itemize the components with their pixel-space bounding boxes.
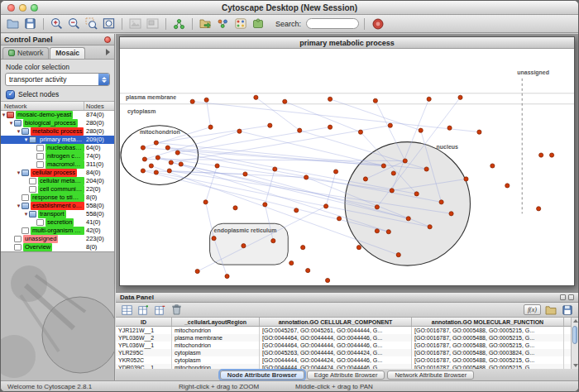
close-data-panel-icon[interactable] bbox=[568, 294, 574, 300]
network-node[interactable] bbox=[268, 123, 272, 127]
network-node[interactable] bbox=[403, 159, 407, 163]
network-node[interactable] bbox=[337, 217, 341, 221]
function-builder-button[interactable]: f(x) bbox=[524, 304, 541, 315]
tree-row-transport[interactable]: ▾transport558(0) bbox=[1, 210, 114, 218]
zoom-out-button[interactable] bbox=[66, 16, 82, 31]
zoom-to-fit-button[interactable] bbox=[101, 16, 117, 31]
scrollbar-thumb[interactable] bbox=[572, 326, 577, 344]
tab-mosaic[interactable]: Mosaic bbox=[50, 47, 85, 59]
scroll-up-icon[interactable] bbox=[573, 319, 578, 323]
trash-icon[interactable] bbox=[170, 304, 183, 316]
network-node[interactable] bbox=[306, 268, 310, 272]
expand-toggle-icon[interactable]: ▾ bbox=[1, 111, 7, 119]
network-edge[interactable] bbox=[193, 102, 480, 132]
network-node[interactable] bbox=[195, 269, 199, 273]
tree-row-mosaic-demo-yeast[interactable]: ▾mosaic-demo-yeast874(0) bbox=[1, 111, 114, 119]
help-button[interactable] bbox=[370, 16, 385, 31]
expand-toggle-icon[interactable]: ▾ bbox=[16, 169, 22, 177]
tree-column-network[interactable]: Network bbox=[1, 102, 84, 110]
title-bar[interactable]: Cytoscape Desktop (New Session) bbox=[1, 1, 578, 15]
zoom-in-button[interactable] bbox=[49, 16, 65, 31]
close-window-button[interactable] bbox=[7, 4, 15, 12]
table-row[interactable]: YJR121W__1mitochondrion[GO:0045267, GO:0… bbox=[116, 327, 578, 334]
column-header-id[interactable]: ID bbox=[116, 318, 172, 326]
graphics-details-button[interactable] bbox=[127, 16, 143, 31]
table-row[interactable]: YPL036W__1mitochondrion[GO:0044464, GO:0… bbox=[116, 342, 578, 349]
tree-row-primary-metab[interactable]: ▾primary metab...209(0) bbox=[1, 136, 114, 144]
tab-node-attribute-browser[interactable]: Node Attribute Browser bbox=[220, 370, 304, 380]
network-node[interactable] bbox=[550, 153, 554, 157]
tree-row-biological-process[interactable]: ▾biological_process280(0) bbox=[1, 119, 114, 127]
network-node[interactable] bbox=[328, 97, 332, 101]
open-session-button[interactable] bbox=[5, 16, 21, 31]
network-node[interactable] bbox=[273, 167, 277, 171]
table-row[interactable]: YPL036W__2plasma membrane[GO:0044464, GO… bbox=[116, 334, 578, 342]
scroll-down-icon[interactable] bbox=[573, 364, 578, 367]
network-node[interactable] bbox=[333, 170, 337, 174]
birdseye-toggle-button[interactable] bbox=[145, 16, 160, 31]
float-panel-icon[interactable] bbox=[560, 294, 566, 300]
network-node[interactable] bbox=[414, 192, 419, 196]
network-node[interactable] bbox=[175, 151, 179, 155]
network-node[interactable] bbox=[141, 146, 145, 150]
network-node[interactable] bbox=[406, 217, 410, 221]
select-attributes-button[interactable] bbox=[120, 304, 133, 316]
tab-edge-attribute-browser[interactable]: Edge Attribute Browser bbox=[307, 370, 385, 380]
network-node[interactable] bbox=[254, 95, 258, 99]
select-nodes-checkbox[interactable] bbox=[6, 90, 15, 99]
tree-row-metabolic-process[interactable]: ▾metabolic process280(0) bbox=[1, 127, 114, 136]
birds-eye-view[interactable] bbox=[1, 251, 114, 380]
expand-toggle-icon[interactable]: ▾ bbox=[23, 136, 29, 144]
export-attributes-button[interactable] bbox=[561, 304, 574, 316]
network-node[interactable] bbox=[242, 244, 246, 248]
table-scrollbar[interactable] bbox=[571, 318, 578, 369]
network-node[interactable] bbox=[154, 170, 158, 174]
network-node[interactable] bbox=[204, 98, 208, 102]
tree-row-nucleobase[interactable]: nucleobase...64(0) bbox=[1, 144, 114, 152]
network-edge[interactable] bbox=[265, 169, 275, 204]
close-panel-icon[interactable] bbox=[104, 36, 111, 43]
network-node[interactable] bbox=[424, 167, 428, 171]
network-node[interactable] bbox=[271, 239, 275, 243]
tree-row-cell-communica[interactable]: cell communica...22(0) bbox=[1, 185, 114, 194]
network-node[interactable] bbox=[237, 129, 242, 133]
network-node[interactable] bbox=[215, 164, 219, 168]
table-row[interactable]: YLR295Ccytoplasm[GO:0045263, GO:0044444,… bbox=[116, 349, 578, 356]
network-node[interactable] bbox=[304, 175, 309, 179]
network-node[interactable] bbox=[169, 160, 173, 165]
network-node[interactable] bbox=[464, 177, 468, 181]
table-row[interactable]: YKR052Ccytoplasm[GO:0044444, GO:0044424,… bbox=[116, 356, 578, 364]
tree-row-establishment-of-lo[interactable]: ▾establishment of lo...558(0) bbox=[1, 202, 114, 210]
network-node[interactable] bbox=[203, 200, 208, 204]
zoom-window-button[interactable] bbox=[31, 4, 38, 12]
network-node[interactable] bbox=[263, 203, 267, 207]
tree-row-response-to-stimul[interactable]: response to stimul...8(0) bbox=[1, 194, 114, 202]
tree-row-nitrogen-compo[interactable]: nitrogen compo...74(0) bbox=[1, 152, 114, 160]
network-node[interactable] bbox=[428, 225, 432, 229]
network-node[interactable] bbox=[458, 95, 462, 99]
tree-row-cellular-metabo[interactable]: cellular metabo...204(0) bbox=[1, 177, 114, 185]
tab-scroll-right-icon[interactable] bbox=[106, 49, 110, 55]
create-network-view-button[interactable] bbox=[171, 16, 187, 31]
network-node[interactable] bbox=[419, 128, 423, 132]
network-node[interactable] bbox=[477, 130, 481, 134]
column-header-cellular-component[interactable]: annotation.GO CELLULAR_COMPONENT bbox=[260, 318, 412, 326]
import-network-button[interactable] bbox=[198, 16, 213, 31]
network-node[interactable] bbox=[283, 99, 287, 103]
import-attributes-button[interactable] bbox=[544, 304, 557, 316]
network-node[interactable] bbox=[356, 246, 361, 250]
network-node[interactable] bbox=[381, 164, 385, 168]
tree-row-cellular-process[interactable]: ▾cellular process84(0) bbox=[1, 169, 114, 177]
tree-column-nodes[interactable]: Nodes bbox=[84, 102, 114, 110]
network-node[interactable] bbox=[324, 204, 328, 208]
network-node[interactable] bbox=[505, 184, 510, 188]
tab-network[interactable]: Network bbox=[2, 47, 49, 59]
expand-toggle-icon[interactable]: ▾ bbox=[16, 202, 22, 210]
network-node[interactable] bbox=[243, 172, 247, 176]
minimize-window-button[interactable] bbox=[19, 4, 26, 12]
new-network-from-selection-button[interactable] bbox=[215, 16, 231, 31]
network-node[interactable] bbox=[141, 169, 145, 173]
network-node[interactable] bbox=[447, 126, 452, 130]
expand-toggle-icon[interactable]: ▾ bbox=[16, 127, 22, 136]
plugin-manager-button[interactable] bbox=[250, 16, 266, 31]
